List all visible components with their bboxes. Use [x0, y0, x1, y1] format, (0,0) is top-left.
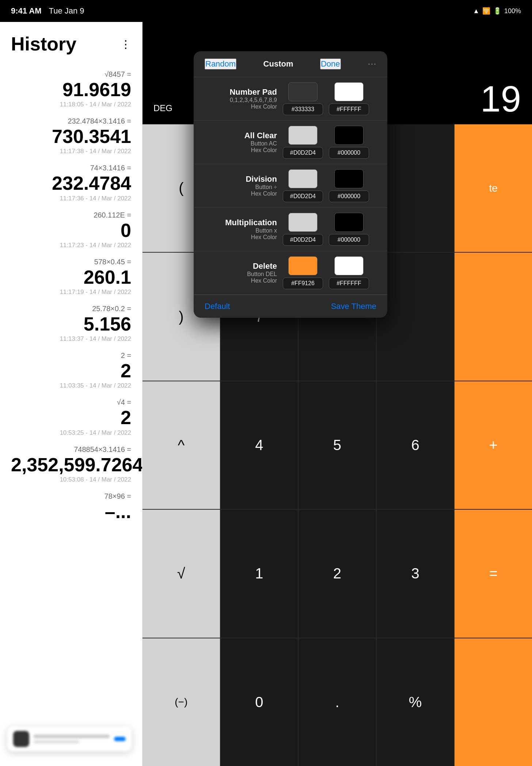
- history-menu-button[interactable]: ⋮: [120, 38, 131, 50]
- history-expression: √8457 =: [11, 70, 131, 79]
- multiplication-hex-label: Hex Color: [202, 234, 277, 241]
- history-timestamp: 10:53:25 - 14 / Mar / 2022: [11, 429, 131, 437]
- allclear-title: All Clear: [202, 131, 277, 140]
- delete-title: Delete: [202, 261, 277, 271]
- calc-btn-empty4[interactable]: [377, 253, 454, 380]
- history-result: 2: [11, 361, 131, 381]
- division-title: Division: [202, 174, 277, 184]
- allclear-bg-preview: [288, 126, 318, 145]
- allclear-fg-input[interactable]: [329, 147, 369, 159]
- division-bg-input[interactable]: [283, 190, 323, 202]
- allclear-hex-label: Hex Color: [202, 147, 277, 154]
- allclear-bg-input[interactable]: [283, 147, 323, 159]
- popup-tab-done[interactable]: Done: [320, 59, 341, 69]
- multiplication-bg-input[interactable]: [283, 234, 323, 246]
- calc-btn-dot[interactable]: .: [299, 638, 376, 766]
- theme-row-allclear: All Clear Button AC Hex Color: [194, 121, 387, 164]
- delete-hex-label: Hex Color: [202, 278, 277, 284]
- calc-btn-sqrt[interactable]: √: [142, 510, 220, 637]
- history-item[interactable]: 748854×3.1416 = 2,352,599.7264 10:53:08 …: [0, 441, 142, 488]
- calc-btn-5[interactable]: 5: [299, 381, 376, 509]
- calc-btn-percent[interactable]: %: [377, 638, 454, 766]
- history-result: 2: [11, 407, 131, 428]
- calculator-area: DEG 19 ( AC te ) 7 ^ 4 5 6 + √ 1 2 3 = (…: [142, 22, 532, 766]
- calc-btn-4[interactable]: 4: [221, 381, 298, 509]
- multiplication-fg-preview: [334, 213, 364, 232]
- history-timestamp: 11:13:37 - 14 / Mar / 2022: [11, 335, 131, 343]
- numberpad-bg-input[interactable]: [283, 103, 323, 115]
- calc-result: 19: [480, 80, 521, 117]
- calc-btn-equals[interactable]: =: [455, 510, 532, 637]
- calc-btn-6[interactable]: 6: [377, 381, 454, 509]
- history-expression: 578×0.45 =: [11, 258, 131, 266]
- notification-action-button[interactable]: [114, 737, 126, 741]
- theme-row-numberpad: Number Pad 0,1,2,3,4,5,6,7,8,9 Hex Color: [194, 77, 387, 121]
- history-timestamp: 11:03:35 - 14 / Mar / 2022: [11, 382, 131, 389]
- calc-btn-3[interactable]: 3: [377, 510, 454, 637]
- history-item[interactable]: 232.4784×3.1416 = 730.3541 11:17:38 - 14…: [0, 113, 142, 159]
- calc-btn-plus[interactable]: +: [455, 381, 532, 509]
- calc-btn-empty2[interactable]: [377, 124, 454, 252]
- delete-bg-input[interactable]: [283, 278, 323, 289]
- theme-row-multiplication: Multiplication Button x Hex Color: [194, 208, 387, 251]
- status-bar: 9:41 AM Tue Jan 9 ▲ 🛜 🔋 100%: [0, 0, 532, 22]
- theme-row-division: Division Button ÷ Hex Color: [194, 164, 387, 208]
- history-expression: √4 =: [11, 398, 131, 407]
- history-timestamp: 11:17:19 - 14 / Mar / 2022: [11, 288, 131, 296]
- history-expression: 78×96 =: [11, 492, 131, 501]
- history-expression: 74×3.1416 =: [11, 164, 131, 172]
- history-result: 232.4784: [11, 173, 131, 194]
- calc-btn-0[interactable]: 0: [221, 638, 298, 766]
- history-timestamp: 11:17:23 - 14 / Mar / 2022: [11, 242, 131, 249]
- notification-subtext: [34, 740, 79, 743]
- calc-btn-power[interactable]: ^: [142, 381, 220, 509]
- notification-app-icon: [13, 731, 29, 747]
- popup-tab-random[interactable]: Random: [205, 59, 236, 69]
- history-expression: 260.112E =: [11, 211, 131, 219]
- history-expression: 2 =: [11, 351, 131, 360]
- battery-percent: 100%: [504, 7, 521, 15]
- numberpad-title: Number Pad: [202, 87, 277, 97]
- numberpad-hex-label: Hex Color: [202, 103, 277, 110]
- notification-text: [34, 735, 110, 738]
- history-result: 0: [11, 220, 131, 241]
- history-item[interactable]: 2 = 2 11:03:35 - 14 / Mar / 2022: [0, 347, 142, 394]
- popup-header: Random Custom Done ⋯: [194, 51, 387, 77]
- history-items-list: √8457 = 91.9619 11:18:05 - 14 / Mar / 20…: [0, 62, 142, 762]
- status-date: Tue Jan 9: [49, 6, 84, 16]
- history-item[interactable]: 78×96 = –...: [0, 488, 142, 527]
- calc-btn-negate[interactable]: (−): [142, 638, 220, 766]
- history-timestamp: 11:18:05 - 14 / Mar / 2022: [11, 101, 131, 108]
- history-item[interactable]: 74×3.1416 = 232.4784 11:17:36 - 14 / Mar…: [0, 159, 142, 206]
- popup-tab-custom[interactable]: Custom: [263, 59, 293, 69]
- popup-more-icon[interactable]: ⋯: [368, 59, 376, 69]
- numberpad-fg-preview: [334, 82, 364, 101]
- division-subtitle: Button ÷: [202, 184, 277, 190]
- history-result: 2,352,599.7264: [11, 454, 131, 475]
- calc-btn-empty5[interactable]: [455, 253, 532, 380]
- history-item[interactable]: √8457 = 91.9619 11:18:05 - 14 / Mar / 20…: [0, 66, 142, 113]
- delete-fg-input[interactable]: [329, 278, 369, 289]
- multiplication-subtitle: Button x: [202, 227, 277, 234]
- default-button[interactable]: Default: [205, 302, 230, 311]
- numberpad-subtitle: 0,1,2,3,4,5,6,7,8,9: [202, 97, 277, 103]
- battery-icon: 🔋: [493, 7, 501, 15]
- calc-btn-delete[interactable]: te: [455, 124, 532, 252]
- allclear-subtitle: Button AC: [202, 140, 277, 147]
- division-fg-input[interactable]: [329, 190, 369, 202]
- history-result: 5.156: [11, 314, 131, 335]
- numberpad-bg-preview: [288, 82, 318, 101]
- history-item[interactable]: √4 = 2 10:53:25 - 14 / Mar / 2022: [0, 394, 142, 441]
- calc-btn-1[interactable]: 1: [221, 510, 298, 637]
- history-expression: 232.4784×3.1416 =: [11, 117, 131, 125]
- calc-btn-2[interactable]: 2: [299, 510, 376, 637]
- history-item[interactable]: 25.78×0.2 = 5.156 11:13:37 - 14 / Mar / …: [0, 300, 142, 347]
- save-theme-button[interactable]: Save Theme: [331, 302, 376, 311]
- calc-btn-empty6[interactable]: [455, 638, 532, 766]
- popup-footer: Default Save Theme: [194, 295, 387, 318]
- history-item[interactable]: 260.112E = 0 11:17:23 - 14 / Mar / 2022: [0, 207, 142, 253]
- numberpad-fg-input[interactable]: [329, 103, 369, 115]
- history-result: 91.9619: [11, 79, 131, 100]
- multiplication-fg-input[interactable]: [329, 234, 369, 246]
- history-item[interactable]: 578×0.45 = 260.1 11:17:19 - 14 / Mar / 2…: [0, 253, 142, 300]
